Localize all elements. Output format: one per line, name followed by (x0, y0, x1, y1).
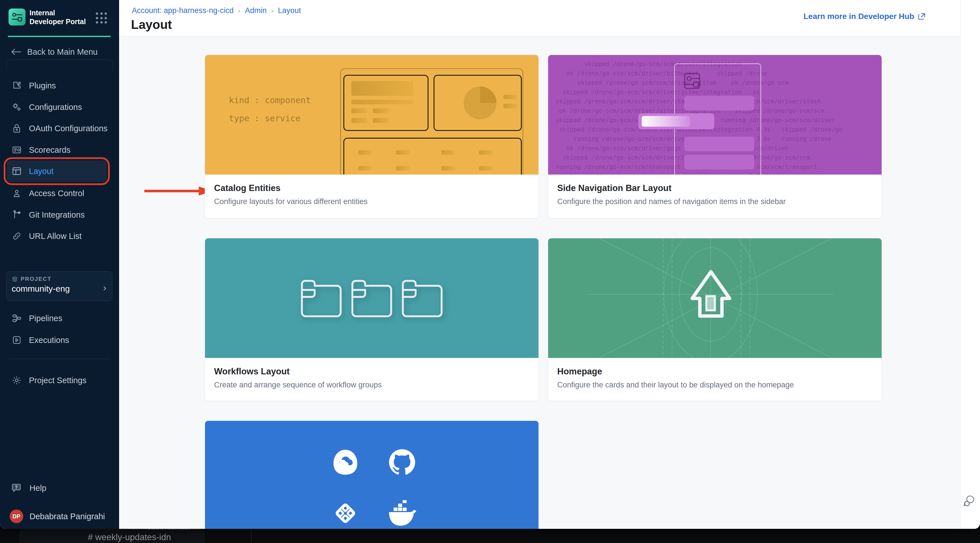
nav-bar-dragged-glyph (638, 113, 714, 129)
card-description: Configure layouts for various different … (214, 197, 530, 206)
sidebar-item-url-allow-list[interactable]: URL Allow List (0, 225, 119, 247)
app-title: Internal Developer Portal (30, 8, 89, 26)
card-title: Catalog Entities (214, 183, 530, 193)
sidebar-item-label: Configurations (29, 103, 82, 112)
card-workflows-layout[interactable]: Workflows Layout Create and arrange sequ… (205, 238, 539, 401)
app-window: Internal Developer Portal Back to Main M… (0, 0, 980, 529)
chat-bubbles-icon[interactable] (963, 494, 977, 508)
main-content: kind : component type : service (119, 36, 960, 529)
sidebar-item-pipelines[interactable]: Pipelines (0, 308, 119, 329)
learn-more-label: Learn more in Developer Hub (803, 12, 914, 21)
project-selector[interactable]: PROJECT community-eng › (6, 272, 112, 301)
card-integrations[interactable] (205, 421, 539, 529)
project-eyebrow-label: PROJECT (21, 276, 51, 282)
sidebar-item-label: OAuth Configurations (29, 124, 107, 133)
sidebar-item-label: Layout (29, 167, 54, 176)
sidebar-item-git-integrations[interactable]: Git Integrations (0, 204, 119, 225)
side-nav-art: skipped /drone/go-scm/scm/driver/integra… (548, 55, 881, 175)
person-icon (11, 188, 22, 198)
card-catalog-entities[interactable]: kind : component type : service (205, 55, 539, 219)
github-icon (389, 449, 415, 475)
layout-icon (11, 166, 22, 176)
breadcrumb: Account: app-harness-ng-cicd › Admin › L… (132, 6, 301, 15)
catalog-entities-art: kind : component type : service (205, 55, 538, 175)
card-side-navigation-bar-layout[interactable]: skipped /drone/go-scm/scm/driver/integra… (548, 55, 882, 219)
breadcrumb-admin-link[interactable]: Admin (245, 6, 267, 15)
learn-more-link[interactable]: Learn more in Developer Hub (803, 12, 926, 21)
card-homepage[interactable]: Homepage Configure the cards and their l… (548, 238, 882, 401)
card-title: Homepage (557, 367, 873, 377)
sidebar-item-label: Pipelines (29, 314, 62, 323)
slack-divider (251, 529, 251, 543)
breadcrumb-account-link[interactable]: Account: app-harness-ng-cicd (132, 6, 234, 15)
integrations-art (205, 421, 538, 529)
breadcrumb-separator: › (271, 7, 274, 15)
breadcrumb-current[interactable]: Layout (278, 6, 301, 15)
card-title: Side Navigation Bar Layout (557, 183, 873, 193)
sidebar-item-label: Git Integrations (29, 210, 85, 220)
sidebar-item-access-control[interactable]: Access Control (0, 183, 119, 204)
card-title: Workflows Layout (214, 367, 530, 377)
apps-grid-icon[interactable] (96, 13, 107, 24)
google-cloud-icon (331, 449, 360, 475)
nav-panel-edge (6, 60, 113, 70)
gears-icon (11, 102, 22, 113)
right-rail (960, 0, 980, 529)
page-title: Layout (131, 17, 172, 32)
workflows-art (205, 238, 538, 358)
arrow-left-icon (11, 48, 21, 55)
nav-bar-glyph (684, 137, 754, 151)
chevron-right-icon: › (103, 282, 107, 293)
card-description: Configure the cards and their layout to … (557, 381, 873, 389)
sidebar-item-oauth-configurations[interactable]: OAuth Configurations (0, 117, 119, 139)
sidebar-item-configurations[interactable]: Configurations (0, 96, 119, 118)
sidebar-item-scorecards[interactable]: Scorecards (0, 139, 119, 161)
catalog-code-sample: kind : component type : service (229, 91, 311, 127)
project-stack-icon (12, 276, 18, 282)
breadcrumb-separator: › (238, 7, 240, 15)
idp-logo (8, 8, 25, 25)
back-label: Back to Main Menu (27, 47, 97, 57)
homepage-art (548, 238, 881, 358)
sidebar: Internal Developer Portal Back to Main M… (0, 0, 119, 529)
accent-rule (8, 36, 111, 37)
user-menu[interactable]: DP Debabrata Panigrahi (10, 509, 105, 524)
card-description: Create and arrange sequence of workflow … (214, 381, 530, 389)
help-button[interactable]: ? Help (11, 481, 46, 495)
link-icon (11, 231, 22, 241)
folder-icon (299, 277, 344, 319)
git-branch-icon (11, 210, 22, 220)
pie-chart-glyph (461, 84, 498, 121)
docker-icon (387, 500, 417, 526)
sidebar-item-plugins[interactable]: Plugins (0, 75, 119, 96)
sidebar-item-layout[interactable]: Layout (7, 160, 107, 182)
nav-bar-glyph (684, 96, 754, 111)
sidebar-item-label: Scorecards (29, 145, 71, 155)
house-icon (688, 269, 733, 321)
execution-icon (11, 335, 22, 346)
scorecard-icon (11, 144, 22, 155)
sidebar-item-label: URL Allow List (29, 232, 82, 241)
folder-icon (349, 277, 395, 319)
user-name: Debabrata Panigrahi (30, 512, 105, 521)
sidebar-item-label: Plugins (29, 81, 56, 90)
back-to-main-menu[interactable]: Back to Main Menu (11, 45, 97, 59)
sidebar-item-executions[interactable]: Executions (0, 329, 119, 351)
lock-icon (11, 123, 22, 134)
page-header: Account: app-harness-ng-cicd › Admin › L… (119, 0, 960, 36)
pipeline-icon (11, 313, 22, 324)
nav-bar-glyph (684, 155, 754, 170)
annotation-arrow (143, 185, 214, 197)
idp-logo-outline-glyph (684, 73, 703, 92)
svg-text:?: ? (15, 484, 18, 490)
slack-channel-label[interactable]: # weekly-updates-idn (88, 532, 171, 543)
help-label: Help (30, 483, 46, 493)
avatar: DP (10, 510, 23, 523)
sidebar-item-project-settings[interactable]: Project Settings (0, 370, 119, 391)
folder-icon (399, 277, 445, 319)
idp-logo-glyph (11, 11, 23, 23)
puzzle-icon (11, 80, 22, 91)
sidebar-item-label: Project Settings (29, 376, 86, 385)
sidebar-item-label: Executions (29, 335, 69, 345)
diamond-lattice-icon (333, 498, 358, 529)
